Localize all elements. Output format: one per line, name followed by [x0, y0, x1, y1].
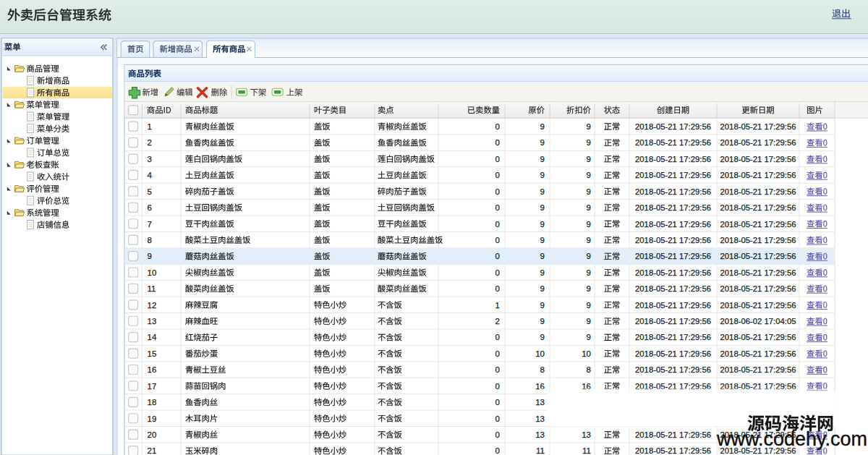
svg-text:12: 12: [148, 301, 157, 310]
svg-text:0: 0: [495, 236, 500, 244]
svg-text:2018-05-21 17:29:56: 2018-05-21 17:29:56: [720, 203, 796, 212]
svg-text:19: 19: [148, 414, 157, 423]
svg-text:0: 0: [495, 220, 500, 229]
svg-text:4: 4: [148, 171, 153, 179]
svg-text:9: 9: [540, 284, 545, 293]
svg-text:8: 8: [148, 236, 152, 244]
svg-text:9: 9: [587, 268, 591, 277]
svg-text:7: 7: [148, 220, 152, 229]
svg-text:0: 0: [495, 171, 500, 179]
svg-text:9: 9: [148, 252, 152, 260]
svg-text:0: 0: [495, 398, 500, 407]
svg-text:2018-05-21 17:29:56: 2018-05-21 17:29:56: [635, 122, 711, 131]
svg-text:9: 9: [587, 138, 591, 147]
svg-text:2018-06-02 17:04:05: 2018-06-02 17:04:05: [720, 317, 796, 326]
svg-text:2018-05-21 17:29:56: 2018-05-21 17:29:56: [635, 349, 711, 358]
svg-text:0: 0: [495, 382, 500, 391]
svg-text:2018-05-21 17:29:56: 2018-05-21 17:29:56: [635, 301, 711, 310]
svg-text:2018-05-21 17:29:56: 2018-05-21 17:29:56: [720, 138, 796, 147]
svg-text:9: 9: [540, 138, 545, 147]
svg-text:www.codehy.com: www.codehy.com: [716, 428, 867, 450]
svg-text:0: 0: [495, 268, 500, 277]
svg-text:2: 2: [148, 138, 152, 147]
svg-text:3: 3: [148, 155, 152, 163]
svg-text:9: 9: [587, 301, 591, 310]
svg-text:2018-05-21 17:29:56: 2018-05-21 17:29:56: [720, 122, 796, 131]
svg-text:2018-05-21 17:29:56: 2018-05-21 17:29:56: [635, 155, 711, 163]
svg-text:0: 0: [495, 122, 500, 131]
svg-text:0: 0: [495, 187, 500, 196]
svg-text:9: 9: [540, 155, 545, 163]
svg-text:2018-05-21 17:29:56: 2018-05-21 17:29:56: [635, 317, 711, 326]
svg-text:0: 0: [495, 138, 500, 147]
svg-text:13: 13: [148, 317, 157, 326]
svg-text:9: 9: [540, 317, 545, 326]
svg-text:14: 14: [148, 333, 157, 341]
svg-text:9: 9: [540, 252, 545, 260]
svg-text:2018-05-21 17:29:56: 2018-05-21 17:29:56: [720, 236, 796, 244]
svg-text:11: 11: [148, 284, 156, 293]
svg-text:2018-05-21 17:29:56: 2018-05-21 17:29:56: [635, 268, 711, 277]
svg-text:2018-05-21 17:29:56: 2018-05-21 17:29:56: [720, 268, 796, 277]
svg-text:2018-05-21 17:29:56: 2018-05-21 17:29:56: [720, 301, 796, 310]
svg-text:10: 10: [582, 349, 591, 358]
svg-text:9: 9: [540, 187, 545, 196]
svg-text:13: 13: [535, 398, 545, 407]
svg-text:0: 0: [495, 203, 500, 212]
svg-text:10: 10: [148, 268, 157, 277]
svg-text:9: 9: [540, 203, 545, 212]
svg-text:2018-05-21 17:29:56: 2018-05-21 17:29:56: [720, 155, 796, 163]
svg-text:1: 1: [495, 301, 500, 310]
svg-text:21: 21: [148, 446, 157, 455]
svg-text:0: 0: [495, 252, 500, 260]
svg-text:0: 0: [495, 155, 500, 163]
svg-text:8: 8: [587, 365, 591, 374]
svg-text:9: 9: [587, 171, 591, 179]
svg-text:2018-05-21 17:29:56: 2018-05-21 17:29:56: [720, 252, 796, 260]
svg-text:9: 9: [587, 187, 591, 196]
svg-text:2018-05-21 17:29:56: 2018-05-21 17:29:56: [720, 333, 796, 341]
svg-text:9: 9: [540, 171, 545, 179]
svg-text:2018-05-21 17:29:56: 2018-05-21 17:29:56: [635, 203, 711, 212]
svg-text:0: 0: [495, 349, 500, 358]
svg-text:11: 11: [536, 446, 545, 455]
svg-text:2018-05-21 17:29:56: 2018-05-21 17:29:56: [720, 171, 796, 179]
svg-text:2018-05-21 17:29:56: 2018-05-21 17:29:56: [635, 220, 711, 229]
svg-text:2018-05-21 17:29:56: 2018-05-21 17:29:56: [720, 187, 796, 196]
svg-text:9: 9: [540, 122, 545, 131]
svg-text:2018-05-21 17:29:56: 2018-05-21 17:29:56: [635, 446, 711, 455]
svg-text:10: 10: [535, 349, 545, 358]
svg-text:2018-05-21 17:29:56: 2018-05-21 17:29:56: [720, 349, 796, 358]
svg-text:2018-05-21 17:29:56: 2018-05-21 17:29:56: [720, 220, 796, 229]
svg-text:11: 11: [582, 446, 591, 455]
svg-text:6: 6: [148, 203, 152, 212]
svg-text:2018-05-21 17:29:56: 2018-05-21 17:29:56: [720, 365, 796, 374]
svg-text:9: 9: [540, 301, 545, 310]
svg-text:9: 9: [587, 220, 591, 229]
svg-text:9: 9: [540, 268, 545, 277]
svg-text:2: 2: [495, 317, 500, 326]
svg-text:9: 9: [587, 317, 591, 326]
svg-text:5: 5: [148, 187, 152, 196]
svg-text:9: 9: [587, 252, 591, 260]
svg-text:0: 0: [495, 365, 500, 374]
svg-text:2018-05-21 17:29:56: 2018-05-21 17:29:56: [635, 236, 711, 244]
svg-text:2018-05-21 17:29:56: 2018-05-21 17:29:56: [635, 187, 711, 196]
svg-text:9: 9: [587, 155, 591, 163]
svg-text:2018-05-21 17:29:56: 2018-05-21 17:29:56: [635, 430, 711, 439]
svg-text:13: 13: [535, 430, 545, 439]
svg-text:0: 0: [495, 446, 500, 455]
svg-text:1: 1: [148, 122, 152, 131]
svg-text:2018-05-21 17:29:56: 2018-05-21 17:29:56: [720, 284, 796, 293]
svg-text:2018-05-21 17:29:56: 2018-05-21 17:29:56: [635, 333, 711, 341]
svg-text:16: 16: [148, 365, 157, 374]
svg-text:17: 17: [148, 382, 157, 391]
svg-text:2018-05-21 17:29:56: 2018-05-21 17:29:56: [635, 171, 711, 179]
svg-text:20: 20: [148, 430, 157, 439]
svg-text:9: 9: [587, 122, 591, 131]
svg-text:9: 9: [540, 333, 545, 341]
svg-text:18: 18: [148, 398, 157, 407]
svg-text:9: 9: [587, 333, 591, 341]
svg-text:9: 9: [587, 236, 591, 244]
svg-text:9: 9: [540, 236, 545, 244]
